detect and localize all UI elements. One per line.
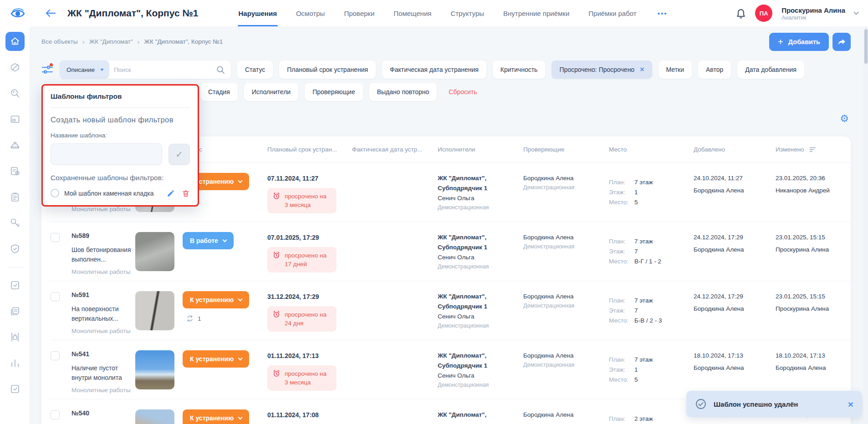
chevron-down-icon [238, 415, 243, 420]
violation-title[interactable]: На поверхности вертикальных... [71, 304, 132, 323]
row-checkbox[interactable] [51, 410, 60, 419]
executor-name: Сенич Ольга [438, 253, 523, 262]
filter-chip-actual-date[interactable]: Фактическая дата устранения [382, 61, 486, 79]
place-value: 1 [634, 187, 638, 197]
breadcrumb-all-objects[interactable]: Все объекты [41, 38, 78, 45]
search-input[interactable] [109, 66, 216, 73]
sidebar-item-registry[interactable] [5, 302, 25, 321]
template-name[interactable]: Мой шаблон каменная кладка [64, 190, 153, 197]
popup-divider [51, 107, 190, 108]
status-button[interactable]: В работе [183, 232, 234, 249]
share-button[interactable] [832, 33, 851, 51]
chevron-down-icon[interactable] [853, 10, 858, 15]
tab-work-acceptances[interactable]: Приёмки работ [588, 0, 636, 26]
added-date: 24.12.2024, 17:29 [694, 234, 776, 241]
sidebar-item-tasks[interactable] [5, 276, 25, 295]
sidebar-item-construction[interactable] [5, 136, 25, 155]
breadcrumb-complex[interactable]: ЖК "Дипломат" [89, 38, 133, 45]
tab-structures[interactable]: Структуры [450, 0, 484, 26]
col-header-executors: Исполнители [438, 146, 523, 153]
filter-chip-reissued[interactable]: Выдано повторно [369, 83, 437, 101]
filter-chip-stage[interactable]: Стадия [200, 83, 238, 101]
delete-trash-icon[interactable] [182, 189, 190, 197]
sidebar-item-inspection-plans[interactable] [5, 162, 25, 181]
check-square-icon [10, 384, 20, 394]
filter-chip-tags[interactable]: Метки [659, 61, 692, 79]
template-radio[interactable] [51, 189, 59, 197]
violation-title[interactable]: Шов бетонирования выполнен... [71, 245, 132, 264]
violation-photo[interactable] [135, 409, 174, 424]
sidebar-item-hoists[interactable] [5, 328, 25, 347]
chevron-down-icon [222, 238, 227, 242]
violation-title[interactable]: Наличие пустот внутри монолита [71, 363, 132, 383]
row-checkbox[interactable] [51, 233, 60, 242]
filter-chip-overdue-active[interactable]: Просрочено: Просрочено × [551, 61, 652, 79]
planned-date: 07.01.2025, 17:29 [267, 234, 352, 241]
col-header-changed: Изменено [776, 146, 804, 153]
filter-chip-checkers[interactable]: Проверяющие [305, 83, 363, 101]
tab-violations[interactable]: Нарушения [239, 0, 277, 26]
checker-note: Демонстрационная [523, 303, 609, 309]
back-arrow-icon[interactable] [45, 8, 56, 18]
checker-note: Демонстрационная [523, 184, 609, 191]
filter-chip-date-added[interactable]: Дата добавления [737, 61, 804, 79]
page-scrollbar-thumb[interactable] [864, 29, 868, 64]
row-checkbox[interactable] [51, 292, 60, 301]
executor-note: Демонстрационная [438, 323, 523, 329]
filter-chip-status[interactable]: Статус [237, 61, 273, 79]
checker-name: Бородкина Алена [523, 351, 609, 360]
table-row[interactable]: №589 Шов бетонирования выполнен... Монол… [50, 222, 851, 281]
violation-photo[interactable] [135, 232, 174, 271]
tab-inspections[interactable]: Осмотры [296, 0, 325, 26]
avatar[interactable]: ПА [755, 5, 772, 22]
changed-date: 23.01.2025, 20:36 [776, 175, 851, 182]
added-date: 18.10.2024, 17:13 [694, 352, 776, 359]
template-name-input[interactable] [51, 143, 162, 165]
violation-photo[interactable] [135, 350, 174, 389]
executor-note: Демонстрационная [438, 204, 523, 211]
tab-checks[interactable]: Проверки [344, 0, 374, 26]
filter-chip-author[interactable]: Автор [698, 61, 731, 79]
magnifier-icon[interactable] [216, 66, 225, 74]
filter-chip-planned-date[interactable]: Плановый срок устранения [279, 61, 376, 79]
toast-close-icon[interactable]: × [848, 399, 853, 409]
plus-icon: + [778, 37, 783, 46]
tab-premises[interactable]: Помещения [393, 0, 431, 26]
search-field-select[interactable]: Описание [60, 61, 109, 79]
reset-filters-button[interactable]: Сбросить [449, 88, 477, 96]
key-icon [10, 217, 20, 228]
sidebar-item-approvals[interactable] [5, 379, 25, 399]
table-settings-gear-icon[interactable]: ⚙ [840, 114, 849, 124]
filter-sliders-icon[interactable] [41, 64, 53, 76]
sidebar-item-keys[interactable] [5, 213, 25, 232]
sidebar-item-home[interactable] [5, 32, 25, 51]
sort-icon[interactable] [809, 146, 817, 153]
sidebar-item-search[interactable] [5, 84, 25, 103]
violation-photo[interactable] [135, 291, 174, 330]
status-button[interactable]: К устранению [183, 291, 249, 308]
add-button[interactable]: +Добавить [769, 33, 829, 51]
filter-chip-executors[interactable]: Исполнители [244, 83, 298, 101]
close-icon[interactable]: × [640, 66, 644, 74]
confirm-template-button[interactable]: ✓ [168, 144, 190, 165]
executor-name: Сенич Ольга [438, 194, 523, 203]
status-button[interactable]: К устранению [183, 350, 249, 368]
row-checkbox[interactable] [51, 351, 60, 360]
filter-chip-criticality[interactable]: Критичность [493, 61, 546, 79]
table-row[interactable]: №591 На поверхности вертикальных... Моно… [50, 281, 851, 340]
app-logo-eye-icon[interactable] [10, 6, 26, 20]
violation-category: Монолитные работы [71, 387, 135, 394]
user-info[interactable]: Проскурина Алина Аналитик [781, 6, 845, 21]
sidebar-item-analytics[interactable] [5, 353, 25, 373]
edit-pencil-icon[interactable] [167, 189, 175, 197]
more-tabs-ellipsis-icon[interactable]: ••• [658, 10, 668, 17]
tab-internal-acceptances[interactable]: Внутренние приёмки [503, 0, 569, 26]
sidebar-item-restrictions[interactable] [5, 58, 25, 77]
sidebar-item-checklists[interactable] [5, 187, 25, 207]
sidebar-item-documents[interactable] [5, 110, 25, 129]
sidebar-item-warranty[interactable] [5, 239, 25, 258]
bell-icon[interactable] [736, 8, 746, 19]
status-button[interactable]: К устранению [183, 409, 249, 424]
breadcrumb: Все объекты › ЖК "Дипломат" › ЖК "Диплом… [41, 37, 851, 45]
page-scrollbar-track[interactable] [863, 26, 868, 424]
